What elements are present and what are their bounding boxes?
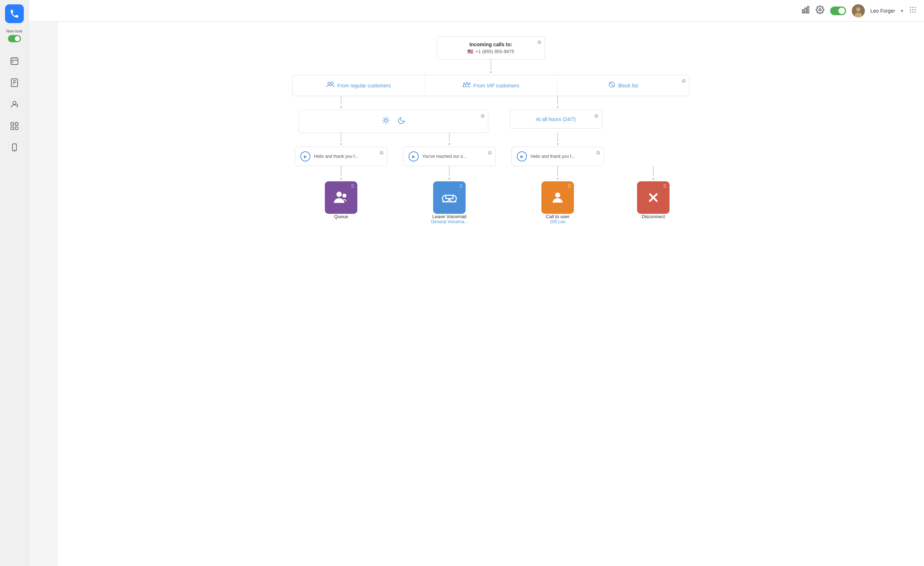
- audio-node-3: ⚙ ▶ Hello and thank you f...: [512, 147, 604, 166]
- audio-col2: ⚙ ▶ You've reached our o...: [400, 147, 498, 166]
- audio-node-1: ⚙ ▶ Hello and thank you f...: [295, 147, 388, 166]
- time-col-vip: ⚙ At all hours (24/7): [507, 110, 604, 129]
- branch-bar-row: ⚙ From regular customers: [292, 75, 689, 96]
- time-gear-left[interactable]: ⚙: [480, 113, 485, 119]
- voicemail-sublabel: General Voicema...: [431, 219, 468, 224]
- svg-point-33: [331, 82, 333, 84]
- audio-row: ⚙ ▶ Hello and thank you f... ⚙ ▶ You've …: [292, 147, 689, 166]
- disconnect-dots-icon: ⠿: [663, 184, 667, 189]
- disconnect-node[interactable]: ⠿: [637, 181, 669, 214]
- audio-col3: ⚙ ▶ Hello and thank you f...: [509, 147, 606, 166]
- svg-rect-0: [11, 58, 18, 65]
- calluser-node[interactable]: ⠿: [542, 181, 574, 214]
- new-look-label: New look: [6, 29, 22, 33]
- play-button-1[interactable]: ▶: [300, 151, 310, 161]
- svg-rect-5: [11, 79, 17, 87]
- disconnect-label: Disconnect: [642, 214, 665, 219]
- sidebar: New look: [0, 0, 29, 566]
- branch-gear-button[interactable]: ⚙: [681, 78, 686, 84]
- voicemail-dots-icon: ⠿: [459, 184, 463, 189]
- audio-gear-1[interactable]: ⚙: [380, 150, 384, 156]
- calluser-label: Call to user: [546, 214, 570, 219]
- svg-rect-16: [802, 10, 804, 13]
- new-look-toggle[interactable]: [8, 35, 21, 42]
- audio-text-3: Hello and thank you f...: [531, 154, 599, 159]
- branch-vip[interactable]: From VIP customers: [425, 75, 557, 96]
- time-node-vip[interactable]: ⚙ At all hours (24/7): [510, 110, 602, 129]
- incoming-gear-button[interactable]: ⚙: [537, 39, 542, 45]
- svg-point-47: [338, 198, 340, 201]
- status-toggle[interactable]: [830, 6, 846, 15]
- sidebar-item-schedule[interactable]: [5, 52, 24, 71]
- moon-icon: [398, 117, 405, 126]
- branch-regular-label: From regular customers: [337, 83, 391, 89]
- svg-point-30: [912, 12, 914, 13]
- svg-rect-13: [15, 127, 18, 129]
- chevron-down-icon[interactable]: ▾: [901, 8, 903, 14]
- sidebar-item-integration[interactable]: [5, 117, 24, 135]
- settings-icon[interactable]: [816, 5, 824, 16]
- svg-point-31: [915, 12, 916, 13]
- time-gear-vip[interactable]: ⚙: [594, 113, 599, 119]
- svg-point-32: [328, 82, 331, 84]
- branch-regular[interactable]: From regular customers: [293, 75, 425, 96]
- audio-text-1: Hello and thank you f...: [314, 154, 382, 159]
- svg-line-35: [609, 82, 614, 87]
- dots-icon: ⠿: [351, 184, 354, 189]
- block-icon: [608, 81, 615, 90]
- svg-point-36: [384, 119, 387, 122]
- action-col-disconnect: ⠿ Disconnect: [617, 181, 689, 219]
- queue-node[interactable]: ⠿: [325, 181, 357, 214]
- audio-gear-3[interactable]: ⚙: [596, 150, 601, 156]
- svg-rect-11: [15, 122, 18, 125]
- play-button-2[interactable]: ▶: [409, 151, 418, 161]
- svg-line-44: [383, 122, 384, 123]
- user-name[interactable]: Leo Forger: [871, 8, 895, 14]
- action-col-calluser: ⠿ Call to user 105 Leo: [509, 181, 606, 224]
- action-col-queue: ⠿ Queue: [292, 181, 390, 219]
- chart-icon[interactable]: [801, 5, 810, 16]
- branch-block[interactable]: Block list: [557, 75, 689, 96]
- svg-point-21: [856, 7, 861, 12]
- svg-point-23: [910, 7, 911, 8]
- sidebar-item-contacts[interactable]: [5, 73, 24, 92]
- calluser-dots-icon: ⠿: [567, 184, 571, 189]
- svg-line-43: [388, 118, 388, 119]
- dialpad-icon[interactable]: [909, 6, 917, 16]
- topbar: Leo Forger ▾: [29, 0, 924, 22]
- avatar: [852, 5, 865, 17]
- branch-vip-label: From VIP customers: [473, 83, 519, 89]
- flag-icon: 🇺🇸: [467, 49, 473, 54]
- svg-point-4: [12, 62, 13, 62]
- time-node-left: ⚙: [298, 110, 488, 133]
- audio-gear-2[interactable]: ⚙: [488, 150, 492, 156]
- play-button-3[interactable]: ▶: [517, 151, 527, 161]
- svg-line-41: [383, 118, 384, 119]
- connectors-actions: ▾ ▾ ▾: [292, 166, 689, 181]
- sidebar-item-device[interactable]: [5, 138, 24, 157]
- audio-text-2: You've reached our o...: [422, 154, 490, 159]
- audio-node-2: ⚙ ▶ You've reached our o...: [403, 147, 496, 166]
- people-icon: [326, 81, 334, 90]
- connector-0: ▾: [292, 60, 689, 75]
- voicemail-node[interactable]: ⠿: [433, 181, 466, 214]
- svg-point-52: [555, 193, 560, 197]
- svg-point-25: [915, 7, 916, 8]
- svg-rect-18: [807, 6, 809, 13]
- new-look-section: New look: [6, 29, 22, 42]
- calluser-sublabel: 105 Leo: [550, 219, 565, 224]
- svg-point-46: [342, 194, 346, 197]
- app-logo[interactable]: [5, 5, 24, 23]
- svg-point-24: [912, 7, 914, 8]
- incoming-calls-node: ⚙ Incoming calls to: 🇺🇸 +1 (855) 855-987…: [437, 36, 545, 60]
- sidebar-item-agent[interactable]: [5, 95, 24, 114]
- svg-line-42: [388, 122, 388, 123]
- incoming-title: Incoming calls to:: [444, 42, 537, 47]
- svg-rect-50: [446, 196, 453, 199]
- voicemail-label: Leave Voicemail: [432, 214, 467, 219]
- time-row: ⚙: [292, 110, 689, 133]
- crown-icon: [462, 81, 470, 90]
- main-content: ⚙ Incoming calls to: 🇺🇸 +1 (855) 855-987…: [58, 22, 924, 566]
- action-col-voicemail: ⠿ Leave Voicemail General Voicema...: [400, 181, 498, 224]
- svg-rect-12: [11, 127, 14, 129]
